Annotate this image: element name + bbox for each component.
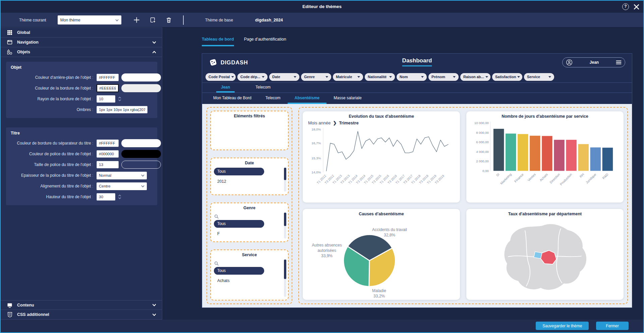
- filter-pill-code-postal[interactable]: Code Postal: [206, 73, 236, 81]
- list-item-f[interactable]: F: [214, 230, 281, 238]
- sidebar-item-contenu[interactable]: Contenu: [1, 300, 162, 310]
- chevron-down-icon: [548, 76, 551, 78]
- title-font-size-input[interactable]: [97, 161, 119, 168]
- filter-pill-matricule[interactable]: Matricule: [333, 73, 363, 81]
- list-item-tous[interactable]: Tous: [214, 267, 264, 275]
- object-border-radius-stepper[interactable]: [118, 96, 121, 102]
- dashboard-title: Dashboard: [402, 57, 432, 66]
- title-font-color-input[interactable]: [97, 150, 119, 158]
- panel-title: Titre: [11, 131, 153, 135]
- current-theme-select[interactable]: Mon thème: [58, 15, 121, 24]
- object-background-color-swatch[interactable]: [121, 73, 161, 81]
- filter-pill-label: Code Postal: [209, 75, 230, 79]
- filter-pill-raison-ab[interactable]: Raison ab...: [460, 73, 490, 81]
- user-menu[interactable]: Jean: [562, 57, 625, 67]
- chevron-down-icon: [115, 19, 119, 21]
- filter-pill-nationalit[interactable]: Nationalité: [365, 73, 395, 81]
- chevron-up-icon: [152, 50, 157, 54]
- department-map: [495, 219, 595, 294]
- scrollbar-thumb[interactable]: [284, 168, 286, 180]
- sub-tab-masse-salariale[interactable]: Masse salariale: [327, 93, 368, 104]
- scrollbar-track[interactable]: [284, 168, 286, 191]
- chart-title: Nombre de jours d'absentéisme par servic…: [468, 114, 622, 119]
- breadcrumb-current[interactable]: Trimestre: [339, 120, 359, 125]
- search-icon[interactable]: [214, 214, 219, 219]
- service-list: TousAchats: [211, 267, 288, 285]
- list-item-achats[interactable]: Achats: [214, 277, 281, 285]
- map-card: Taux d'absentéisme par département: [466, 209, 624, 300]
- search-row: [211, 213, 288, 220]
- list-item-tous[interactable]: Tous: [214, 220, 264, 228]
- duplicate-theme-button[interactable]: [150, 17, 156, 23]
- title-height-input[interactable]: [97, 193, 115, 201]
- save-theme-button[interactable]: Sauvegarder le thème: [536, 322, 589, 330]
- close-icon[interactable]: [634, 4, 639, 10]
- chevron-down-icon: [152, 303, 157, 307]
- nav-tab-jean[interactable]: Jean: [216, 83, 235, 93]
- filter-pill-code-d-p[interactable]: Code dép...: [237, 73, 268, 81]
- list-item-tous[interactable]: Tous: [214, 168, 264, 175]
- setting-row-title-height: Hauteur du titre de l'objet: [11, 192, 153, 201]
- help-icon[interactable]: ?: [622, 3, 629, 10]
- sidebar-item-navigation[interactable]: Navigation: [1, 38, 162, 47]
- bar-chart-card: Nombre de jours d'absentéisme par servic…: [466, 111, 624, 203]
- sidebar-item-objets[interactable]: Objets: [1, 47, 162, 57]
- filter-pill-satisfaction[interactable]: Satisfaction: [492, 73, 522, 81]
- title-font-weight-select[interactable]: Normal: [97, 172, 147, 179]
- title-font-color-swatch[interactable]: [121, 150, 161, 158]
- filter-pill-service[interactable]: Service: [524, 73, 554, 81]
- object-background-color-input[interactable]: [97, 74, 119, 81]
- sub-tab-telecom[interactable]: Telecom: [258, 93, 288, 104]
- breadcrumb-separator-icon: ❯: [333, 120, 337, 125]
- scrollbar-track[interactable]: [284, 260, 286, 297]
- filter-pill-date[interactable]: Date: [269, 73, 299, 81]
- dice-logo-icon: [209, 58, 218, 67]
- close-button[interactable]: Fermer: [596, 322, 629, 330]
- scrollbar-thumb[interactable]: [284, 213, 286, 226]
- delete-theme-button[interactable]: [166, 17, 172, 23]
- add-theme-button[interactable]: [133, 17, 140, 23]
- filter-pill-genre[interactable]: Genre: [301, 73, 331, 81]
- filter-pill-nom[interactable]: Nom: [397, 73, 427, 81]
- breadcrumb-parent[interactable]: Mois année: [308, 120, 331, 125]
- hamburger-menu-icon[interactable]: [616, 60, 622, 65]
- title-separator-border-color-input[interactable]: [97, 140, 119, 147]
- bar-production: [566, 140, 576, 171]
- filter-pill-label: Prénom: [431, 75, 445, 79]
- object-border-color-input[interactable]: [97, 84, 119, 92]
- nav-tab-telecom[interactable]: Telecom: [251, 83, 275, 93]
- object-shadows-input[interactable]: [97, 106, 148, 113]
- filter-pill-pr-nom[interactable]: Prénom: [428, 73, 459, 81]
- tab-tableau-de-bord[interactable]: Tableau de bord: [202, 37, 234, 46]
- title-height-stepper[interactable]: [118, 194, 121, 200]
- setting-row-title-alignment: Alignement du titre de l'objetCentre: [11, 182, 153, 190]
- user-icon: [566, 59, 573, 66]
- title-alignment-select[interactable]: Centre: [97, 182, 147, 190]
- object-settings-panel: Objet Couleur d'arrière-plan de l'objetC…: [6, 62, 157, 118]
- object-border-radius-input[interactable]: [97, 95, 115, 103]
- titlebar: Editeur de thèmes ?: [1, 1, 643, 13]
- scrollbar-track[interactable]: [284, 213, 286, 238]
- dashboard-sub-tabs: Mon Tableau de BordTelecomAbsentéismeMas…: [202, 93, 632, 104]
- editor-main-area: Tableau de bord Page d'authentification …: [162, 27, 643, 320]
- title-font-size-swatch[interactable]: [121, 161, 161, 169]
- title-separator-border-color-swatch[interactable]: [121, 139, 161, 147]
- current-theme-label: Thème courant: [19, 18, 46, 22]
- tab-page-authentification[interactable]: Page d'authentification: [244, 37, 286, 46]
- theme-editor-window: { "window": {"title": "Editeur de thèmes…: [0, 0, 644, 333]
- filter-pill-label: Date: [272, 75, 280, 79]
- list-item-2012[interactable]: 2012: [214, 178, 281, 185]
- chart-title: Taux d'absentéisme par département: [468, 212, 622, 216]
- object-border-color-swatch[interactable]: [121, 84, 161, 92]
- setting-row-title-font-color: Couleur de police du titre de l'objet: [11, 150, 153, 158]
- sub-tab-mon-tableau-de-bord[interactable]: Mon Tableau de Bord: [206, 93, 258, 104]
- search-icon[interactable]: [214, 261, 219, 266]
- sidebar-item-css-additionnel[interactable]: CSS additionnel: [1, 310, 162, 320]
- svg-text:Finance: Finance: [514, 172, 524, 183]
- svg-text:10 000,00: 10 000,00: [474, 121, 489, 125]
- sidebar-item-global[interactable]: Global: [1, 28, 162, 38]
- bar-marketing: [506, 133, 516, 171]
- sub-tab-absent-isme[interactable]: Absentéisme: [288, 93, 327, 104]
- brand-text: DIGDASH: [221, 59, 248, 66]
- scrollbar-thumb[interactable]: [284, 260, 286, 279]
